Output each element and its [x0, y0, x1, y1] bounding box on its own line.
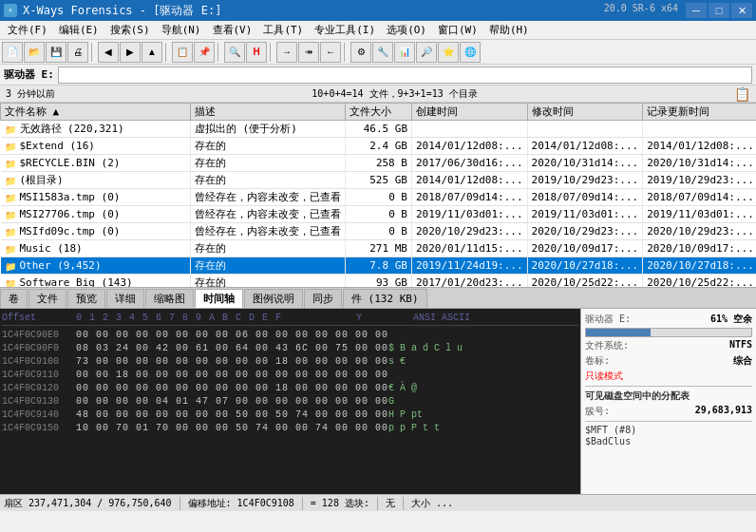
tab-5[interactable]: 时间轴 — [195, 289, 243, 308]
version-text: 20.0 SR-6 x64 — [604, 3, 678, 18]
tab-7[interactable]: 同步 — [304, 289, 342, 308]
menu-nav[interactable]: 导航(N) — [156, 21, 207, 39]
toolbar-func5[interactable]: ⭐ — [438, 42, 459, 63]
menu-help[interactable]: 帮助(H) — [483, 21, 535, 39]
toolbar-func4[interactable]: 🔎 — [416, 42, 437, 63]
toolbar: 📄 📂 💾 🖨 ◀ ▶ ▲ 📋 📌 🔍 H → ↠ ← ⚙ 🔧 📊 🔎 ⭐ 🌐 — [0, 40, 756, 65]
close-button[interactable]: ✕ — [731, 3, 752, 18]
table-cell: (根目录) — [1, 172, 191, 189]
table-row[interactable]: $RECYCLE.BIN (2)存在的258 B2017/06/30d16:..… — [1, 155, 757, 172]
drive-path-input[interactable] — [58, 66, 752, 84]
space-percent: 61% 空余 — [710, 313, 752, 326]
tab-3[interactable]: 详细 — [106, 289, 144, 308]
table-cell: 2020/10/09d17:... — [643, 240, 756, 257]
vol-row: 卷标: 综合 — [585, 354, 752, 368]
sep1 — [585, 386, 752, 387]
vol-label: 卷标: — [585, 354, 610, 368]
file-table-container: 文件名称 ▲ 描述 文件大小 创建时间 修改时间 记录更新时 — [0, 103, 756, 287]
toolbar-save[interactable]: 💾 — [46, 42, 66, 63]
table-cell: 存在的 — [191, 172, 346, 189]
table-header-row: 文件名称 ▲ 描述 文件大小 创建时间 修改时间 记录更新时 — [1, 104, 757, 121]
col-header-size[interactable]: 文件大小 — [346, 104, 412, 121]
table-row[interactable]: $Extend (16)存在的2.4 GB2014/01/12d08:...20… — [1, 138, 757, 155]
table-row[interactable]: MSI1583a.tmp (0)曾经存在，内容未改变，已查看0 B2018/07… — [1, 189, 757, 206]
toolbar-func6[interactable]: 🌐 — [460, 42, 481, 63]
toolbar-fwd[interactable]: ▶ — [120, 42, 141, 63]
toolbar-func1[interactable]: ⚙ — [350, 42, 371, 63]
table-cell: 2020/10/29d23:... — [643, 223, 756, 240]
table-cell: 2020/10/31d14:... — [643, 155, 756, 172]
toolbar-open[interactable]: 📂 — [24, 42, 45, 63]
hex-ascii-cell: € À @ — [388, 383, 483, 393]
hex-bytes-cell: 10 00 70 01 70 00 00 00 50 74 00 00 74 0… — [76, 423, 388, 433]
drive-label: 驱动器 E: — [4, 67, 54, 82]
toolbar-paste[interactable]: 📌 — [194, 42, 215, 63]
toolbar-func3[interactable]: 📊 — [394, 42, 415, 63]
toolbar-nav3[interactable]: ← — [320, 42, 341, 63]
col-header-created[interactable]: 创建时间 — [412, 104, 528, 121]
menu-file[interactable]: 文件(F) — [2, 21, 53, 39]
table-cell: 525 GB — [346, 172, 412, 189]
table-row[interactable]: 无效路径 (220,321)虚拟出的 (便于分析)46.5 GB — [1, 121, 757, 138]
toolbar-up[interactable]: ▲ — [142, 42, 162, 63]
toolbar-back[interactable]: ◀ — [98, 42, 119, 63]
hex-offset-cell: 1C4F0C9150 — [2, 423, 76, 433]
hex-offset-cell: 1C4F0C9120 — [2, 383, 76, 393]
toolbar-search2[interactable]: H — [246, 42, 267, 63]
table-row[interactable]: (根目录)存在的525 GB2014/01/12d08:...2019/10/2… — [1, 172, 757, 189]
menu-edit[interactable]: 编辑(E) — [53, 21, 104, 39]
toolbar-sep4 — [270, 43, 274, 62]
hex-offset-cell: 1C4F0C90E0 — [2, 330, 76, 340]
toolbar-sep5 — [344, 43, 348, 62]
tab-8[interactable]: 件 (132 KB) — [343, 289, 427, 308]
menu-protools[interactable]: 专业工具(I) — [309, 21, 381, 39]
col-header-modified[interactable]: 修改时间 — [527, 104, 643, 121]
minimize-button[interactable]: ─ — [686, 3, 707, 18]
table-cell: 曾经存在，内容未改变，已查看 — [191, 206, 346, 223]
tab-1[interactable]: 文件 — [28, 289, 66, 308]
toolbar-search1[interactable]: 🔍 — [224, 42, 245, 63]
table-cell: 46.5 GB — [346, 121, 412, 138]
toolbar-copy[interactable]: 📋 — [172, 42, 193, 63]
hex-nums-label: 0 1 2 3 4 5 6 7 8 9 A B C D E F — [76, 313, 356, 323]
table-cell: 2019/10/29d23:... — [643, 172, 756, 189]
hex-row: 1C4F0C90E000 00 00 00 00 00 00 00 06 00 … — [2, 328, 578, 341]
menu-tools[interactable]: 工具(T) — [257, 21, 309, 39]
status-top-bar: 3 分钟以前 10+0+4=14 文件，9+3+1=13 个目录 📋 — [0, 86, 756, 103]
col-header-name[interactable]: 文件名称 ▲ — [1, 104, 191, 121]
title-bar-left: ⚡ X-Ways Forensics - [驱动器 E:] — [4, 3, 221, 19]
table-row[interactable]: Software Big (143)存在的93 GB2017/01/20d23:… — [1, 275, 757, 288]
status-unit: 无 — [386, 497, 404, 510]
table-row[interactable]: Music (18)存在的271 MB2020/01/11d15:...2020… — [1, 240, 757, 257]
folder-icon — [5, 277, 18, 287]
status-position: 扇区 237,471,304 / 976,750,640 — [4, 497, 180, 510]
menu-options[interactable]: 选项(O) — [381, 21, 432, 39]
toolbar-sep1 — [91, 43, 95, 62]
toolbar-func2[interactable]: 🔧 — [372, 42, 393, 63]
menu-window[interactable]: 窗口(W) — [432, 21, 483, 39]
table-row[interactable]: Other (9,452)存在的7.8 GB2019/11/24d19:...2… — [1, 257, 757, 275]
table-row[interactable]: MSI27706.tmp (0)曾经存在，内容未改变，已查看0 B2019/11… — [1, 206, 757, 223]
hex-bytes-cell: 00 00 00 00 00 00 00 00 00 00 18 00 00 0… — [76, 383, 388, 393]
menu-search[interactable]: 搜索(S) — [104, 21, 156, 39]
maximize-button[interactable]: □ — [709, 3, 729, 18]
tab-2[interactable]: 预览 — [67, 289, 105, 308]
menu-view[interactable]: 查看(V) — [207, 21, 258, 39]
col-header-desc[interactable]: 描述 — [191, 104, 346, 121]
tab-4[interactable]: 缩略图 — [145, 289, 194, 308]
sep2 — [585, 421, 752, 422]
table-cell: 存在的 — [191, 155, 346, 172]
tab-6[interactable]: 图例说明 — [244, 289, 303, 308]
table-cell: 2014/01/12d08:... — [643, 138, 756, 155]
table-row[interactable]: MSIfd09c.tmp (0)曾经存在，内容未改变，已查看0 B2020/10… — [1, 223, 757, 240]
toolbar-nav1[interactable]: → — [276, 42, 297, 63]
tab-0[interactable]: 卷 — [0, 289, 28, 308]
toolbar-nav2[interactable]: ↠ — [298, 42, 319, 63]
bad-label: $BadClus — [585, 436, 752, 446]
toolbar-new[interactable]: 📄 — [2, 42, 23, 63]
hex-bytes-cell: 00 00 18 00 00 00 00 00 00 00 00 00 00 0… — [76, 370, 388, 380]
col-header-record[interactable]: 记录更新时间 — [643, 104, 756, 121]
fs-value: NTFS — [729, 339, 752, 352]
table-cell — [527, 121, 643, 138]
toolbar-print[interactable]: 🖨 — [67, 42, 88, 63]
